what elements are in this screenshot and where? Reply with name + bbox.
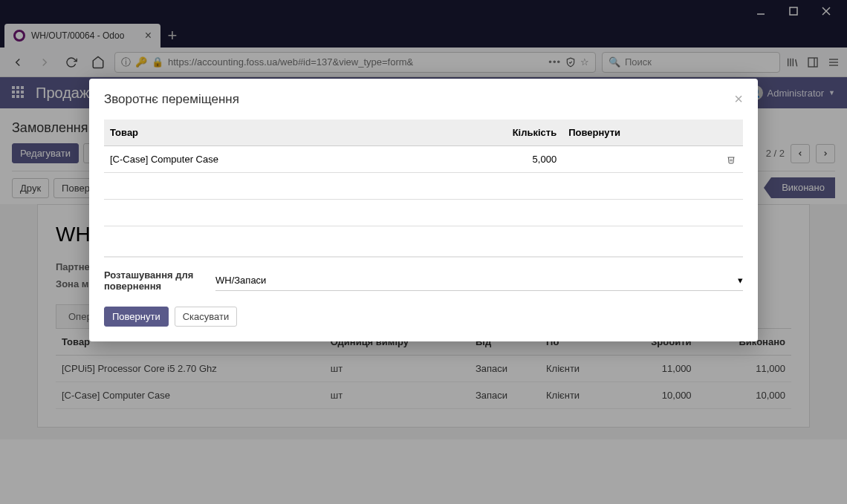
modal-return-button[interactable]: Повернути bbox=[104, 307, 169, 327]
return-location-select[interactable]: WH/Запаси ▾ bbox=[215, 270, 743, 291]
modal-col-product: Товар bbox=[104, 120, 424, 146]
chevron-down-icon: ▾ bbox=[738, 275, 743, 286]
modal-close-button[interactable]: × bbox=[734, 91, 743, 108]
modal-cancel-button[interactable]: Скасувати bbox=[175, 307, 238, 327]
delete-row-button[interactable] bbox=[721, 146, 743, 173]
table-row[interactable]: [C-Case] Computer Case 5,000 bbox=[104, 146, 743, 173]
modal-col-return: Повернути bbox=[562, 120, 721, 146]
return-location-label: Розташування для повернення bbox=[104, 269, 201, 292]
return-location-value: WH/Запаси bbox=[215, 275, 266, 286]
modal-col-qty: Кількість bbox=[424, 120, 562, 146]
return-lines-table: Товар Кількість Повернути [C-Case] Compu… bbox=[104, 120, 743, 226]
modal-backdrop: Зворотнє переміщення × Товар Кількість П… bbox=[0, 0, 847, 504]
modal-title: Зворотнє переміщення bbox=[104, 92, 239, 107]
return-modal: Зворотнє переміщення × Товар Кількість П… bbox=[89, 79, 758, 341]
